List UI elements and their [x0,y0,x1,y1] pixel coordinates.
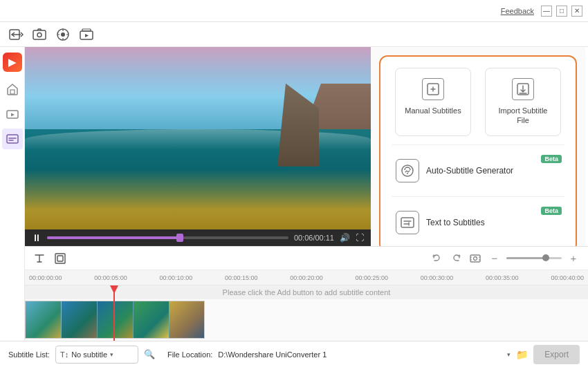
zoom-in-button[interactable]: + [566,251,581,266]
zoom-slider[interactable] [506,257,562,259]
svg-rect-16 [57,256,63,261]
auto-subtitle-icon [396,159,419,182]
ruler-mark-0: 00:00:00:00 [29,274,62,281]
ruler-mark-1: 00:00:05:00 [94,274,127,281]
text-to-subtitles-beta-badge: Beta [541,207,562,215]
text-tool-button[interactable] [32,251,47,266]
timeline-content: Please click the Add button to add subti… [25,285,588,341]
file-location-label: File Location: [167,350,212,359]
feedback-link[interactable]: Feedback [501,7,534,15]
import-media-icon[interactable] [7,26,25,44]
sidebar-item-home[interactable] [2,79,23,100]
search-subtitle-button[interactable]: 🔍 [144,349,155,359]
thumb-1 [26,301,62,339]
text-to-subtitles-row[interactable]: Text to Subtitles Beta [392,205,564,240]
thumb-5 [169,301,205,339]
ruler-marks: 00:00:00:00 00:00:05:00 00:00:10:00 00:0… [28,274,585,281]
file-path-dropdown-icon[interactable]: ▾ [507,351,511,358]
screenshot-icon[interactable] [30,26,48,44]
svg-rect-9 [7,135,18,143]
divider-2 [392,196,564,197]
import-subtitle-card[interactable]: Import Subtitle File [485,68,561,136]
manual-subtitles-icon [422,78,444,100]
divider-1 [392,144,564,145]
svg-rect-7 [10,90,15,94]
export-button[interactable]: Export [533,345,580,364]
subtitle-list-label: Subtitle List: [8,350,50,359]
top-toolbar [0,22,588,47]
manual-subtitles-label: Manual Subtitles [405,106,461,115]
time-display: 00:06/00:11 [294,234,334,242]
video-and-panel: ⏸ 00:06/00:11 🔊 ⛶ [25,47,588,246]
progress-bar[interactable] [47,236,288,239]
thumb-4 [134,301,169,339]
auto-subtitle-label: Auto-Subtitle Generator [426,166,513,176]
file-path-text: D:\Wondershare UniConverter 1 [218,350,502,359]
redo-button[interactable] [448,251,463,266]
ruler-mark-3: 00:00:15:00 [225,274,258,281]
text-to-subtitles-icon [396,211,419,234]
video-section: ⏸ 00:06/00:11 🔊 ⛶ [25,47,371,246]
video-controls: ⏸ 00:06/00:11 🔊 ⛶ [25,229,371,246]
close-button[interactable]: ✕ [571,6,582,17]
ruler-mark-2: 00:00:10:00 [160,274,193,281]
window-controls: — □ ✕ [541,6,582,17]
svg-rect-1 [33,30,46,39]
subtitle-panel: Manual Subtitles Im [371,47,585,246]
center-area: ⏸ 00:06/00:11 🔊 ⛶ [25,47,588,341]
app-logo: ▶ [3,53,22,72]
dropdown-arrow-icon: ▾ [110,351,113,358]
capture-frame-button[interactable] [468,251,483,266]
fullscreen-icon[interactable]: ⛶ [356,233,364,243]
svg-point-13 [407,173,408,174]
thumb-2 [62,301,98,339]
text-to-subtitles-label: Text to Subtitles [426,218,485,227]
sidebar: ▶ [0,47,25,341]
subtitle-dropdown[interactable]: T↕ No subtitle ▾ [55,346,138,364]
manual-subtitles-card[interactable]: Manual Subtitles [395,68,471,136]
maximize-button[interactable]: □ [556,6,567,17]
import-subtitle-label: Import Subtitle File [493,106,553,126]
browse-folder-button[interactable]: 📁 [516,349,528,360]
ruler-mark-5: 00:00:25:00 [355,274,388,281]
sidebar-item-media[interactable] [2,104,23,124]
playhead [113,285,115,341]
pause-button[interactable]: ⏸ [32,232,42,243]
ruler-mark-8: 00:00:40:00 [551,274,584,281]
timeline-ruler: 00:00:00:00 00:00:05:00 00:00:10:00 00:0… [25,270,588,285]
thumb-3 [98,301,134,339]
timeline-toolbar: − + [25,247,588,270]
auto-subtitle-row[interactable]: Auto-Subtitle Generator Beta [392,153,564,188]
svg-rect-17 [470,255,480,262]
media-library-icon[interactable] [77,26,95,44]
no-subtitle-text: No subtitle [71,350,107,359]
video-preview [25,47,371,229]
title-bar: Feedback — □ ✕ [0,0,588,22]
ruler-mark-7: 00:00:35:00 [486,274,519,281]
subtitle-dropdown-icon: T↕ [60,350,68,359]
svg-point-18 [474,256,477,260]
crop-tool-button[interactable] [53,251,68,266]
timeline-thumbnails [25,301,205,339]
volume-icon[interactable]: 🔊 [340,233,350,243]
svg-rect-14 [401,218,414,227]
sidebar-item-subtitle[interactable] [2,129,23,149]
record-icon[interactable] [54,26,72,44]
svg-rect-15 [55,254,65,263]
minimize-button[interactable]: — [541,6,552,17]
bottom-bar: Subtitle List: T↕ No subtitle ▾ 🔍 File L… [0,341,588,367]
import-subtitle-icon [512,78,534,100]
undo-button[interactable] [429,251,444,266]
auto-subtitle-beta-badge: Beta [541,155,562,163]
zoom-out-button[interactable]: − [487,251,502,266]
app-window: Feedback — □ ✕ [0,0,588,367]
svg-rect-6 [82,29,91,31]
ruler-mark-4: 00:00:20:00 [290,274,323,281]
svg-point-2 [37,32,42,37]
svg-point-4 [61,32,65,37]
subtitle-options-box: Manual Subtitles Im [379,55,577,246]
timeline-right-controls: − + [429,251,581,266]
timeline-section: − + 00:00:00:00 00:00:05:00 00:00:10:00 [25,246,588,341]
timeline-placeholder: Please click the Add button to add subti… [25,285,588,299]
subtitle-top-options: Manual Subtitles Im [392,68,564,136]
